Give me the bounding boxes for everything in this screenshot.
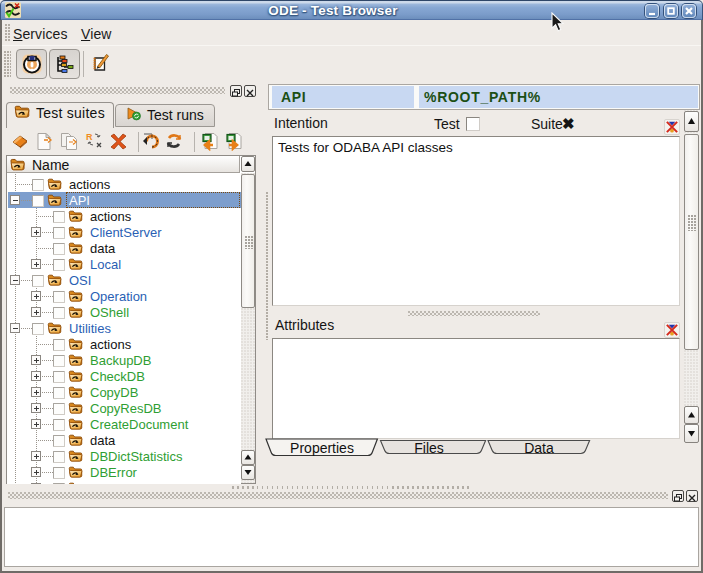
svg-text:Data: Data: [524, 440, 554, 456]
svg-text:Properties: Properties: [290, 440, 354, 456]
svg-text:Files: Files: [414, 440, 444, 456]
svg-text:R: R: [86, 132, 93, 142]
